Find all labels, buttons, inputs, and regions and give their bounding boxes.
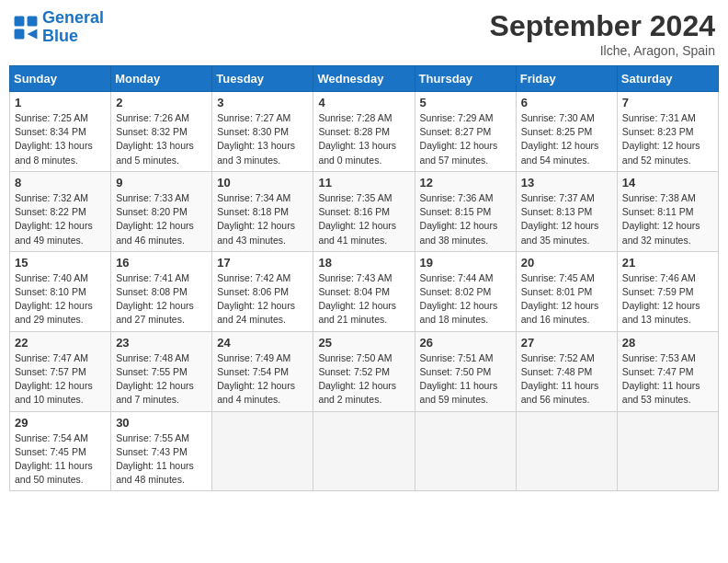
day-number: 16	[116, 256, 207, 270]
day-number: 15	[15, 256, 106, 270]
day-number: 6	[521, 96, 612, 109]
day-info: Sunrise: 7:41 AMSunset: 8:08 PMDaylight:…	[116, 272, 194, 326]
day-number: 4	[318, 96, 409, 109]
title-block: September 2024 Ilche, Aragon, Spain	[490, 9, 715, 58]
day-number: 24	[217, 336, 308, 350]
day-number: 21	[622, 256, 713, 270]
calendar-cell: 14 Sunrise: 7:38 AMSunset: 8:11 PMDaylig…	[617, 171, 718, 251]
day-number: 8	[15, 176, 106, 190]
calendar-cell	[415, 411, 516, 491]
day-number: 27	[521, 336, 612, 350]
header-row: Sunday Monday Tuesday Wednesday Thursday…	[10, 66, 719, 92]
day-info: Sunrise: 7:29 AMSunset: 8:27 PMDaylight:…	[420, 112, 498, 166]
svg-rect-0	[15, 16, 25, 26]
day-number: 13	[521, 176, 612, 190]
day-info: Sunrise: 7:42 AMSunset: 8:06 PMDaylight:…	[217, 272, 295, 326]
day-info: Sunrise: 7:43 AMSunset: 8:04 PMDaylight:…	[318, 272, 396, 326]
calendar-cell	[313, 411, 415, 491]
day-number: 7	[622, 96, 713, 109]
day-number: 22	[15, 336, 106, 350]
day-info: Sunrise: 7:50 AMSunset: 7:52 PMDaylight:…	[318, 352, 396, 406]
day-info: Sunrise: 7:49 AMSunset: 7:54 PMDaylight:…	[217, 352, 295, 406]
day-info: Sunrise: 7:31 AMSunset: 8:23 PMDaylight:…	[622, 112, 700, 166]
day-number: 5	[420, 96, 511, 109]
calendar-cell: 12 Sunrise: 7:36 AMSunset: 8:15 PMDaylig…	[415, 171, 516, 251]
calendar-cell: 15 Sunrise: 7:40 AMSunset: 8:10 PMDaylig…	[10, 251, 111, 331]
calendar-cell: 6 Sunrise: 7:30 AMSunset: 8:25 PMDayligh…	[516, 92, 617, 172]
day-number: 19	[420, 256, 511, 270]
calendar-row: 8 Sunrise: 7:32 AMSunset: 8:22 PMDayligh…	[10, 171, 719, 251]
day-number: 20	[521, 256, 612, 270]
calendar-cell: 10 Sunrise: 7:34 AMSunset: 8:18 PMDaylig…	[212, 171, 313, 251]
calendar-table: Sunday Monday Tuesday Wednesday Thursday…	[9, 65, 719, 491]
col-tuesday: Tuesday	[212, 66, 313, 92]
calendar-cell: 30 Sunrise: 7:55 AMSunset: 7:43 PMDaylig…	[111, 411, 212, 491]
day-info: Sunrise: 7:30 AMSunset: 8:25 PMDaylight:…	[521, 112, 599, 166]
day-info: Sunrise: 7:34 AMSunset: 8:18 PMDaylight:…	[217, 192, 295, 246]
calendar-cell: 22 Sunrise: 7:47 AMSunset: 7:57 PMDaylig…	[10, 331, 111, 411]
day-info: Sunrise: 7:32 AMSunset: 8:22 PMDaylight:…	[15, 192, 93, 246]
calendar-cell: 11 Sunrise: 7:35 AMSunset: 8:16 PMDaylig…	[313, 171, 415, 251]
calendar-cell: 23 Sunrise: 7:48 AMSunset: 7:55 PMDaylig…	[111, 331, 212, 411]
day-info: Sunrise: 7:40 AMSunset: 8:10 PMDaylight:…	[15, 272, 93, 326]
day-info: Sunrise: 7:37 AMSunset: 8:13 PMDaylight:…	[521, 192, 599, 246]
calendar-cell: 8 Sunrise: 7:32 AMSunset: 8:22 PMDayligh…	[10, 171, 111, 251]
calendar-cell: 2 Sunrise: 7:26 AMSunset: 8:32 PMDayligh…	[111, 92, 212, 172]
calendar-cell: 9 Sunrise: 7:33 AMSunset: 8:20 PMDayligh…	[111, 171, 212, 251]
day-number: 18	[318, 256, 409, 270]
day-number: 10	[217, 176, 308, 190]
day-info: Sunrise: 7:26 AMSunset: 8:32 PMDaylight:…	[116, 112, 194, 166]
day-info: Sunrise: 7:51 AMSunset: 7:50 PMDaylight:…	[420, 352, 498, 406]
col-wednesday: Wednesday	[313, 66, 415, 92]
calendar-cell: 21 Sunrise: 7:46 AMSunset: 7:59 PMDaylig…	[617, 251, 718, 331]
day-info: Sunrise: 7:52 AMSunset: 7:48 PMDaylight:…	[521, 352, 599, 406]
page-header: General Blue September 2024 Ilche, Arago…	[9, 9, 719, 58]
day-info: Sunrise: 7:28 AMSunset: 8:28 PMDaylight:…	[318, 112, 396, 166]
calendar-cell: 13 Sunrise: 7:37 AMSunset: 8:13 PMDaylig…	[516, 171, 617, 251]
day-number: 30	[116, 416, 207, 430]
calendar-cell: 4 Sunrise: 7:28 AMSunset: 8:28 PMDayligh…	[313, 92, 415, 172]
day-info: Sunrise: 7:53 AMSunset: 7:47 PMDaylight:…	[622, 352, 700, 406]
calendar-cell: 20 Sunrise: 7:45 AMSunset: 8:01 PMDaylig…	[516, 251, 617, 331]
day-number: 17	[217, 256, 308, 270]
calendar-row: 15 Sunrise: 7:40 AMSunset: 8:10 PMDaylig…	[10, 251, 719, 331]
day-info: Sunrise: 7:35 AMSunset: 8:16 PMDaylight:…	[318, 192, 396, 246]
calendar-cell: 28 Sunrise: 7:53 AMSunset: 7:47 PMDaylig…	[617, 331, 718, 411]
day-number: 26	[420, 336, 511, 350]
logo: General Blue	[13, 9, 104, 46]
calendar-cell: 27 Sunrise: 7:52 AMSunset: 7:48 PMDaylig…	[516, 331, 617, 411]
day-number: 9	[116, 176, 207, 190]
day-info: Sunrise: 7:44 AMSunset: 8:02 PMDaylight:…	[420, 272, 498, 326]
col-thursday: Thursday	[415, 66, 516, 92]
day-info: Sunrise: 7:45 AMSunset: 8:01 PMDaylight:…	[521, 272, 599, 326]
day-number: 3	[217, 96, 308, 109]
month-title: September 2024	[490, 9, 715, 43]
day-number: 23	[116, 336, 207, 350]
col-friday: Friday	[516, 66, 617, 92]
calendar-cell: 1 Sunrise: 7:25 AMSunset: 8:34 PMDayligh…	[10, 92, 111, 172]
day-info: Sunrise: 7:55 AMSunset: 7:43 PMDaylight:…	[116, 432, 194, 486]
calendar-cell	[516, 411, 617, 491]
day-number: 28	[622, 336, 713, 350]
day-info: Sunrise: 7:36 AMSunset: 8:15 PMDaylight:…	[420, 192, 498, 246]
calendar-row: 22 Sunrise: 7:47 AMSunset: 7:57 PMDaylig…	[10, 331, 719, 411]
day-number: 1	[15, 96, 106, 109]
logo-text: General Blue	[42, 9, 104, 46]
calendar-cell: 26 Sunrise: 7:51 AMSunset: 7:50 PMDaylig…	[415, 331, 516, 411]
day-info: Sunrise: 7:38 AMSunset: 8:11 PMDaylight:…	[622, 192, 700, 246]
svg-rect-1	[28, 16, 38, 26]
day-number: 2	[116, 96, 207, 109]
day-number: 25	[318, 336, 409, 350]
calendar-cell: 18 Sunrise: 7:43 AMSunset: 8:04 PMDaylig…	[313, 251, 415, 331]
calendar-cell: 5 Sunrise: 7:29 AMSunset: 8:27 PMDayligh…	[415, 92, 516, 172]
day-number: 12	[420, 176, 511, 190]
calendar-cell	[212, 411, 313, 491]
calendar-cell: 29 Sunrise: 7:54 AMSunset: 7:45 PMDaylig…	[10, 411, 111, 491]
calendar-cell: 16 Sunrise: 7:41 AMSunset: 8:08 PMDaylig…	[111, 251, 212, 331]
day-info: Sunrise: 7:27 AMSunset: 8:30 PMDaylight:…	[217, 112, 295, 166]
svg-rect-2	[15, 29, 25, 39]
calendar-cell: 25 Sunrise: 7:50 AMSunset: 7:52 PMDaylig…	[313, 331, 415, 411]
day-number: 14	[622, 176, 713, 190]
calendar-cell: 17 Sunrise: 7:42 AMSunset: 8:06 PMDaylig…	[212, 251, 313, 331]
location: Ilche, Aragon, Spain	[490, 43, 715, 58]
